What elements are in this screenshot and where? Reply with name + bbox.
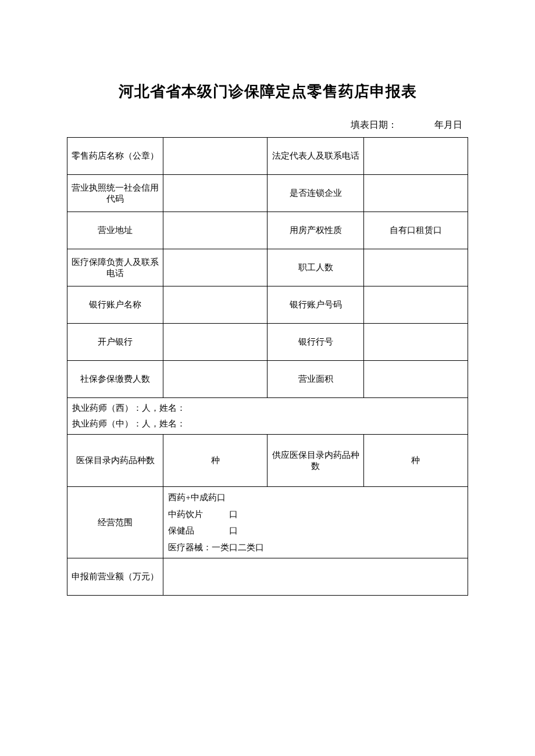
date-row: 填表日期： 年月日	[67, 119, 468, 131]
pharmacist-west-line: 执业药师（西）：人，姓名：	[72, 400, 464, 416]
table-row: 社保参保缴费人数 营业面积	[67, 361, 468, 398]
field-store-name[interactable]	[163, 138, 268, 175]
scope-line-3: 保健品 口	[168, 522, 464, 539]
field-legal-rep[interactable]	[363, 138, 468, 175]
date-label: 填表日期：	[351, 120, 397, 130]
label-bank-account-no: 银行账户号码	[268, 286, 363, 324]
field-supply-drug-types[interactable]: 种	[363, 435, 468, 487]
scope-line-2: 中药饮片 口	[168, 506, 464, 523]
field-insured-count[interactable]	[163, 361, 268, 398]
label-address: 营业地址	[67, 212, 163, 249]
field-is-chain[interactable]	[363, 175, 468, 212]
field-address[interactable]	[163, 212, 268, 249]
label-drug-types: 医保目录内药品种数	[67, 435, 163, 487]
pharmacist-chinese-line: 执业药师（中）：人，姓名：	[72, 416, 464, 432]
table-row: 营业执照统一社会信用代码 是否连锁企业	[67, 175, 468, 212]
field-bank-name[interactable]	[163, 324, 268, 361]
label-insured-count: 社保参保缴费人数	[67, 361, 163, 398]
field-business-area[interactable]	[363, 361, 468, 398]
label-property-nature: 用房产权性质	[268, 212, 363, 249]
field-pre-revenue[interactable]	[163, 558, 468, 596]
label-pre-revenue: 申报前营业额（万元）	[67, 558, 163, 596]
page-title: 河北省省本级门诊保障定点零售药店申报表	[67, 81, 468, 102]
table-row-pharmacist: 执业药师（西）：人，姓名： 执业药师（中）：人，姓名：	[67, 398, 468, 435]
field-bank-code[interactable]	[363, 324, 468, 361]
label-employee-count: 职工人数	[268, 249, 363, 286]
field-med-manager[interactable]	[163, 249, 268, 286]
label-license-code: 营业执照统一社会信用代码	[67, 175, 163, 212]
application-table: 零售药店名称（公章） 法定代表人及联系电话 营业执照统一社会信用代码 是否连锁企…	[67, 137, 468, 596]
table-row: 营业地址 用房产权性质 自有口租赁口	[67, 212, 468, 249]
label-business-scope: 经营范围	[67, 487, 163, 558]
label-bank-code: 银行行号	[268, 324, 363, 361]
label-store-name: 零售药店名称（公章）	[67, 138, 163, 175]
label-is-chain: 是否连锁企业	[268, 175, 363, 212]
table-row: 零售药店名称（公章） 法定代表人及联系电话	[67, 138, 468, 175]
scope-line-4: 医疗器械：一类口二类口	[168, 539, 464, 556]
field-drug-types[interactable]: 种	[163, 435, 268, 487]
table-row: 医疗保障负责人及联系电话 职工人数	[67, 249, 468, 286]
table-row: 医保目录内药品种数 种 供应医保目录内药品种数 种	[67, 435, 468, 487]
field-bank-account-name[interactable]	[163, 286, 268, 324]
scope-line-1: 西药+中成药口	[168, 489, 464, 506]
table-row: 申报前营业额（万元）	[67, 558, 468, 596]
table-row: 开户银行 银行行号	[67, 324, 468, 361]
table-row-scope: 经营范围 西药+中成药口 中药饮片 口 保健品 口 医疗器械：一类口二类口	[67, 487, 468, 558]
date-value: 年月日	[434, 120, 462, 130]
label-bank-account-name: 银行账户名称	[67, 286, 163, 324]
field-pharmacist[interactable]: 执业药师（西）：人，姓名： 执业药师（中）：人，姓名：	[67, 398, 468, 435]
label-med-manager: 医疗保障负责人及联系电话	[67, 249, 163, 286]
label-legal-rep: 法定代表人及联系电话	[268, 138, 363, 175]
field-bank-account-no[interactable]	[363, 286, 468, 324]
field-property-nature[interactable]: 自有口租赁口	[363, 212, 468, 249]
label-supply-drug-types: 供应医保目录内药品种数	[268, 435, 363, 487]
field-license-code[interactable]	[163, 175, 268, 212]
field-employee-count[interactable]	[363, 249, 468, 286]
label-business-area: 营业面积	[268, 361, 363, 398]
field-business-scope[interactable]: 西药+中成药口 中药饮片 口 保健品 口 医疗器械：一类口二类口	[163, 487, 468, 558]
label-bank-name: 开户银行	[67, 324, 163, 361]
table-row: 银行账户名称 银行账户号码	[67, 286, 468, 324]
